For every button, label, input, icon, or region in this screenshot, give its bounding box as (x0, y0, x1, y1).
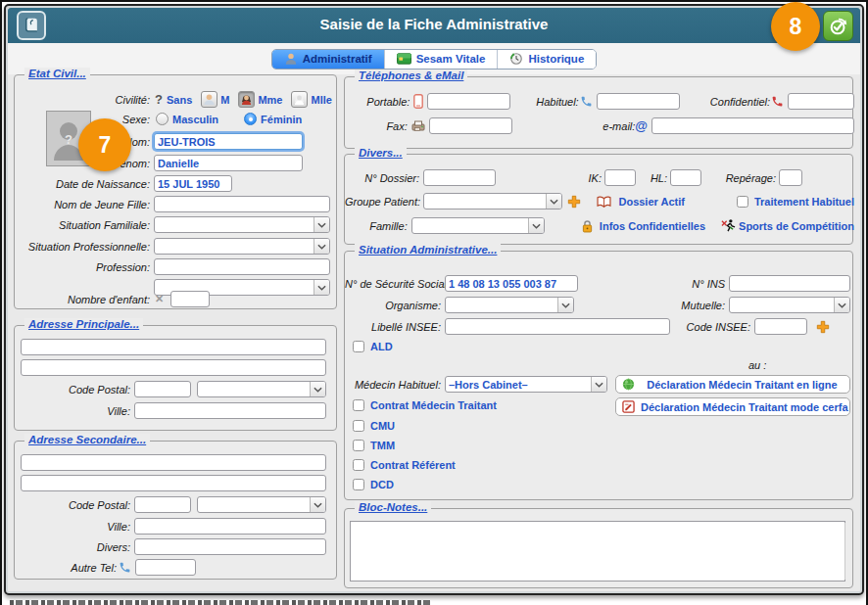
civilite-mlle-button[interactable] (291, 91, 308, 108)
cmu-label[interactable]: CMU (370, 420, 395, 432)
nom-jeune-fille-input[interactable] (154, 196, 330, 212)
tmm-label[interactable]: TMM (370, 440, 395, 451)
ville1-input[interactable] (134, 402, 326, 419)
question-icon: ? (155, 92, 163, 107)
autre-tel-input[interactable] (135, 559, 196, 576)
mobile-phone-icon (413, 94, 423, 109)
adresse-principale-title[interactable]: Adresse Principale... (24, 318, 143, 330)
declaration-cerfa-button[interactable]: Déclaration Médecin Traitant mode cerfa (615, 397, 850, 416)
bloc-notes-textarea[interactable] (350, 521, 845, 582)
ik-input[interactable] (604, 169, 636, 186)
ins-input[interactable] (729, 275, 850, 292)
dossier-actif-label[interactable]: Dossier Actif (618, 196, 684, 208)
traitement-habituel-checkbox[interactable] (737, 196, 748, 208)
profession-label: Profession: (21, 261, 150, 273)
contrat-medecin-traitant-checkbox[interactable] (353, 399, 364, 411)
ville2-label: Ville: (21, 521, 130, 533)
cp1-input[interactable] (134, 381, 191, 397)
civilite-sans[interactable]: Sans (167, 94, 192, 106)
prenom-input[interactable] (154, 155, 303, 171)
groupe-patient-select[interactable] (423, 193, 562, 209)
sports-competition-label[interactable]: Sports de Compétition (739, 220, 854, 232)
confidentiel-input[interactable] (788, 93, 854, 110)
tab-historique[interactable]: Historique (498, 50, 596, 69)
date-naissance-input[interactable] (154, 175, 232, 192)
situation-professionnelle-select[interactable] (154, 238, 330, 255)
fax-input[interactable] (429, 117, 512, 134)
code-insee-input[interactable] (754, 318, 807, 335)
contrat-medecin-traitant-label[interactable]: Contrat Médecin Traitant (370, 399, 497, 411)
civilite-mme[interactable]: Mme (258, 94, 282, 106)
adresse1-ligne2-input[interactable] (21, 359, 326, 376)
bloc-notes-title[interactable]: Bloc-Notes... (355, 501, 431, 513)
situation-administrative-title[interactable]: Situation Administrative... (355, 244, 501, 256)
medecin-habituel-label: Médecin Habituel: (345, 379, 441, 391)
profession-input[interactable] (154, 258, 330, 275)
cp1-select[interactable] (197, 381, 326, 397)
adresse-secondaire-title[interactable]: Adresse Secondaire... (24, 434, 150, 445)
phone-handset-blue-icon (119, 561, 131, 574)
add-plus-icon[interactable] (567, 195, 581, 209)
etat-civil-title[interactable]: Etat Civil... (24, 68, 90, 79)
medecin-habituel-select[interactable]: –Hors Cabinet– (445, 376, 607, 393)
infos-confidentielles-label[interactable]: Infos Confidentielles (600, 220, 705, 232)
ville2-input[interactable] (134, 518, 326, 535)
email-input[interactable] (651, 117, 854, 134)
ald-label[interactable]: ALD (370, 341, 393, 352)
libelle-insee-input[interactable] (445, 318, 670, 335)
cmu-checkbox[interactable] (353, 420, 364, 432)
ald-checkbox[interactable] (353, 341, 364, 352)
habituel-input[interactable] (597, 93, 680, 110)
footer-clipped-text (10, 600, 431, 605)
organisme-select[interactable] (445, 297, 574, 313)
vitale-card-icon (397, 53, 411, 65)
feminin-label[interactable]: Féminin (261, 114, 302, 125)
portable-input[interactable] (427, 93, 510, 110)
hl-input[interactable] (670, 169, 701, 186)
civilite-m[interactable]: M (220, 94, 229, 106)
tab-administratif[interactable]: Administratif (272, 50, 385, 69)
civilite-mme-button-selected[interactable] (238, 91, 255, 108)
radio-feminin-selected[interactable] (244, 113, 257, 125)
reperage-input[interactable] (779, 169, 802, 186)
nombre-enfant-input[interactable] (170, 291, 210, 307)
adresse2-ligne2-input[interactable] (21, 475, 326, 491)
nom-input[interactable] (154, 133, 303, 150)
panel-bloc-notes: Bloc-Notes... (344, 508, 853, 588)
radio-masculin[interactable] (156, 113, 169, 125)
declaration-en-ligne-button[interactable]: Déclaration Médecin Traitant en ligne (615, 375, 850, 394)
page-title: Saisie de la Fiche Administrative (8, 16, 860, 32)
civilite-mlle[interactable]: Mlle (311, 94, 331, 106)
adresse2-ligne1-input[interactable] (21, 454, 326, 471)
traitement-habituel-label[interactable]: Traitement Habituel (754, 196, 854, 208)
chevron-down-icon (313, 239, 329, 254)
divers2-input[interactable] (134, 538, 326, 555)
divers-title[interactable]: Divers... (355, 147, 407, 159)
civilite-m-button[interactable] (201, 91, 217, 108)
clear-x-icon[interactable]: ✕ (155, 293, 164, 305)
tmm-checkbox[interactable] (353, 440, 364, 451)
adresse1-ligne1-input[interactable] (21, 339, 326, 355)
mutuelle-select[interactable] (729, 297, 850, 313)
famille-select[interactable] (411, 217, 545, 234)
nss-input[interactable] (445, 275, 578, 292)
dcd-checkbox[interactable] (353, 479, 364, 490)
masculin-label[interactable]: Masculin (172, 114, 218, 125)
cp2-select[interactable] (197, 496, 326, 513)
cp2-input[interactable] (134, 496, 191, 513)
telephones-title[interactable]: Téléphones & eMail (355, 70, 467, 81)
validate-button[interactable] (823, 11, 853, 41)
notes-scrollbar[interactable] (844, 523, 845, 580)
screenshot-stage: Saisie de la Fiche Administrative Admini… (0, 0, 868, 605)
n-dossier-input[interactable] (423, 169, 496, 186)
add-plus-icon[interactable] (816, 320, 830, 334)
cp1-label: Code Postal: (21, 384, 130, 396)
contrat-referent-checkbox[interactable] (353, 459, 364, 471)
hl-label: HL: (640, 172, 667, 184)
contrat-referent-label[interactable]: Contrat Référent (370, 459, 456, 471)
dcd-label[interactable]: DCD (370, 479, 394, 490)
situation-familiale-select[interactable] (154, 216, 330, 233)
groupe-patient-label: Groupe Patient: (345, 196, 419, 208)
tab-sesam-vitale[interactable]: Sesam Vitale (385, 50, 499, 69)
autre-tel-label: Autre Tel: (21, 562, 117, 574)
